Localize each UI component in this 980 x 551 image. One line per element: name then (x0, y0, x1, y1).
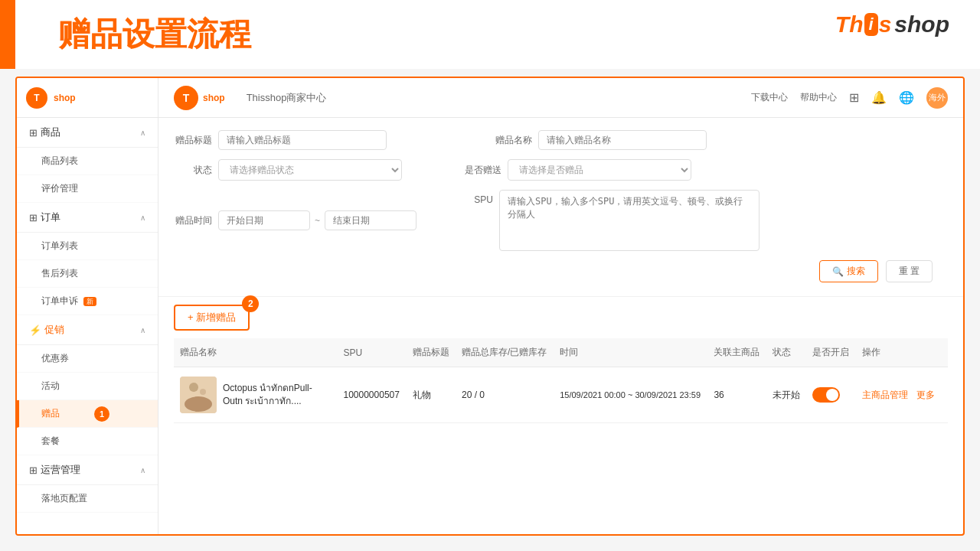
ops-arrow: ∧ (140, 466, 145, 474)
table-row: Octopus นำทักดnPull-Outn ระเบ้ากาทัก....… (174, 367, 948, 423)
spu-textarea[interactable] (499, 190, 760, 251)
product-image (180, 377, 217, 413)
sidebar-item-product-list[interactable]: 商品列表 (17, 148, 158, 175)
table-body: Octopus นำทักดnPull-Outn ระเบ้ากาทัก....… (174, 367, 948, 423)
top-banner: 赠品设置流程 Th i s shop (0, 0, 980, 69)
orders-label: 订单 (41, 210, 140, 224)
sidebar-category-promo[interactable]: ⚡ 促销 ∧ (17, 315, 158, 345)
col-time: 时间 (554, 338, 707, 367)
logo-s: s (879, 11, 892, 37)
sidebar-item-coupon[interactable]: 优惠券 (17, 345, 158, 373)
sidebar-item-package[interactable]: 套餐 (17, 428, 158, 455)
col-title: 赠品标题 (407, 338, 456, 367)
filter-group-title: 赠品标题 (174, 130, 387, 150)
gifts-table: 赠品名称 SPU 赠品标题 赠品总库存/已赠库存 时间 关联主商品 状态 是否开… (174, 338, 948, 423)
filter-row-1: 赠品标题 赠品名称 (174, 130, 948, 150)
step2-badge: 2 (242, 295, 259, 312)
spu-label: SPU (455, 190, 493, 205)
sidebar-logo-label: shop (54, 93, 76, 103)
manage-main-product-btn[interactable]: 主商品管理 (862, 389, 908, 402)
sidebar-logo-icon: T (26, 87, 47, 109)
new-badge: 新 (83, 297, 96, 306)
sidebar-item-gift[interactable]: 赠品 1 (17, 400, 158, 428)
globe-icon[interactable]: 🌐 (899, 90, 914, 105)
inner-logo-text: shop (203, 93, 225, 103)
filter-row-3: 赠品时间 ~ SPU (174, 190, 948, 251)
filter-group-status: 状态 请选择赠品状态 (174, 159, 402, 181)
sidebar-item-aftersale[interactable]: 售后列表 (17, 260, 158, 288)
product-thumb (180, 377, 217, 413)
isgift-label: 是否赠送 (463, 164, 501, 177)
top-logo: Th i s shop (835, 11, 949, 37)
inner-header: T shop Thisshop商家中心 下载中心 帮助中心 ⊞ 🔔 🌐 海外 (158, 78, 963, 118)
sidebar-category-products[interactable]: ⊞ 商品 ∧ (17, 118, 158, 148)
gift-label-input[interactable] (218, 130, 387, 150)
ops-icon: ⊞ (29, 465, 38, 476)
cell-name: Octopus นำทักดnPull-Outn ระเบ้ากาทัก.... (174, 367, 337, 423)
date-separator: ~ (315, 215, 320, 226)
gift-name-input[interactable] (538, 130, 707, 150)
help-center-link[interactable]: 帮助中心 (800, 91, 837, 104)
reset-button[interactable]: 重 置 (886, 260, 933, 282)
sidebar-item-review[interactable]: 评价管理 (17, 175, 158, 203)
add-gift-button[interactable]: + 新增赠品 2 (174, 305, 250, 331)
svg-point-1 (189, 383, 198, 392)
add-btn-row: + 新增赠品 2 (158, 297, 963, 338)
inner-logo: T shop (174, 86, 225, 110)
start-date-input[interactable] (218, 210, 310, 230)
grid-icon[interactable]: ⊞ (849, 90, 859, 105)
col-related: 关联主商品 (707, 338, 766, 367)
sidebar-category-operations[interactable]: ⊞ 运营管理 ∧ (17, 455, 158, 485)
search-icon: 🔍 (832, 266, 844, 277)
orange-bar (0, 0, 15, 69)
sidebar-header: T shop (17, 78, 158, 118)
col-enabled: 是否开启 (806, 338, 855, 367)
col-name: 赠品名称 (174, 338, 337, 367)
filter-form: 赠品标题 赠品名称 状态 请选择赠品状态 是否赠送 (158, 118, 963, 297)
cell-status: 未开始 (766, 367, 806, 423)
sidebar-item-activity[interactable]: 活动 (17, 373, 158, 400)
content-area: T shop Thisshop商家中心 下载中心 帮助中心 ⊞ 🔔 🌐 海外 赠… (158, 78, 963, 534)
isgift-select[interactable]: 请选择是否赠品 (508, 159, 691, 181)
cell-toggle[interactable] (806, 367, 855, 423)
main-container: T shop ⊞ 商品 ∧ 商品列表 评价管理 ⊞ 订单 ∧ 订单列表 售后列表… (15, 77, 965, 536)
cell-time: 15/09/2021 00:00 ~ 30/09/2021 23:59 (554, 367, 707, 423)
col-status: 状态 (766, 338, 806, 367)
logo-this: Th (835, 11, 864, 37)
download-center-link[interactable]: 下载中心 (751, 91, 788, 104)
banner-title: 赠品设置流程 (58, 13, 251, 56)
gift-label-label: 赠品标题 (174, 134, 212, 147)
col-spu: SPU (337, 338, 406, 367)
filter-group-spu: SPU (455, 190, 760, 251)
svg-point-3 (200, 389, 206, 395)
step1-badge: 1 (94, 406, 109, 422)
inner-logo-icon: T (174, 86, 198, 110)
products-label: 商品 (41, 126, 140, 139)
sidebar: T shop ⊞ 商品 ∧ 商品列表 评价管理 ⊞ 订单 ∧ 订单列表 售后列表… (17, 78, 158, 534)
bell-icon[interactable]: 🔔 (871, 90, 887, 105)
cell-actions: 主商品管理 更多 (856, 367, 948, 423)
avatar[interactable]: 海外 (926, 87, 948, 109)
orders-arrow: ∧ (140, 214, 145, 222)
status-label: 状态 (174, 164, 212, 177)
inner-nav-title: Thisshop商家中心 (247, 91, 327, 105)
filter-group-time: 赠品时间 ~ (174, 210, 416, 230)
date-range: ~ (218, 210, 416, 230)
table-header: 赠品名称 SPU 赠品标题 赠品总库存/已赠库存 时间 关联主商品 状态 是否开… (174, 338, 948, 367)
sidebar-item-order-dispute[interactable]: 订单申诉 新 (17, 288, 158, 315)
cell-stock: 20 / 0 (456, 367, 554, 423)
product-cell: Octopus นำทักดnPull-Outn ระเบ้ากาทัก.... (180, 377, 331, 413)
sidebar-item-landing[interactable]: 落地页配置 (17, 485, 158, 513)
toggle-enabled[interactable] (812, 387, 840, 403)
logo-shop: shop (894, 11, 949, 37)
logo-box: i (864, 13, 878, 36)
sidebar-item-order-list[interactable]: 订单列表 (17, 233, 158, 260)
inner-header-right: 下载中心 帮助中心 ⊞ 🔔 🌐 海外 (751, 87, 948, 109)
status-select[interactable]: 请选择赠品状态 (218, 159, 402, 181)
promo-label: 促销 (44, 323, 140, 337)
end-date-input[interactable] (325, 210, 416, 230)
cell-spu: 10000000507 (337, 367, 406, 423)
search-button[interactable]: 🔍 搜索 (819, 260, 878, 282)
sidebar-category-orders[interactable]: ⊞ 订单 ∧ (17, 203, 158, 233)
more-btn[interactable]: 更多 (916, 389, 935, 402)
